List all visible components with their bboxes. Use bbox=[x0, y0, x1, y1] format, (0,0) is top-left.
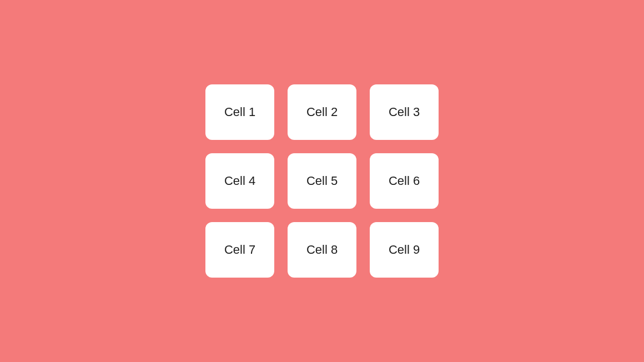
cell-label: Cell 6 bbox=[389, 174, 420, 188]
cell-3[interactable]: Cell 3 bbox=[370, 84, 439, 140]
cell-9[interactable]: Cell 9 bbox=[370, 222, 439, 278]
cell-2[interactable]: Cell 2 bbox=[288, 84, 356, 140]
cell-7[interactable]: Cell 7 bbox=[205, 222, 274, 278]
cell-label: Cell 3 bbox=[389, 105, 420, 119]
cell-label: Cell 5 bbox=[306, 174, 338, 188]
cell-5[interactable]: Cell 5 bbox=[288, 153, 356, 209]
cell-label: Cell 4 bbox=[224, 174, 255, 188]
cell-8[interactable]: Cell 8 bbox=[288, 222, 356, 278]
cell-label: Cell 1 bbox=[224, 105, 255, 119]
cell-6[interactable]: Cell 6 bbox=[370, 153, 439, 209]
cell-label: Cell 2 bbox=[306, 105, 338, 119]
cell-label: Cell 7 bbox=[224, 243, 255, 257]
cell-label: Cell 9 bbox=[389, 243, 420, 257]
cell-grid: Cell 1 Cell 2 Cell 3 Cell 4 Cell 5 Cell … bbox=[205, 84, 439, 278]
cell-4[interactable]: Cell 4 bbox=[205, 153, 274, 209]
cell-1[interactable]: Cell 1 bbox=[205, 84, 274, 140]
cell-label: Cell 8 bbox=[306, 243, 338, 257]
